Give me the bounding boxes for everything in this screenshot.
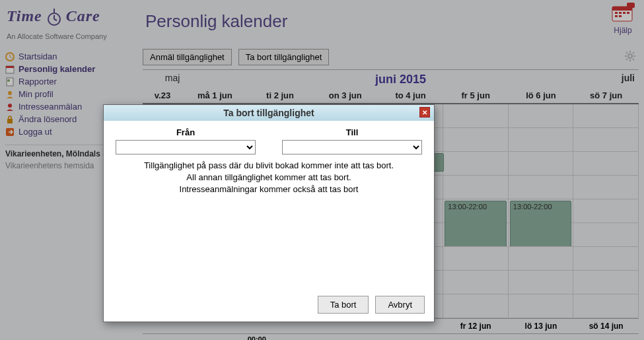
cancel-button[interactable]: Avbryt [375,296,425,314]
modal-info-line: Tillgänglighet på pass där du blivit bok… [116,160,422,172]
close-icon[interactable]: ✕ [419,107,430,118]
remove-availability-modal: Ta bort tillgänglighet ✕ Från Till Tillg… [103,104,435,322]
from-select[interactable] [116,140,256,154]
modal-info-line: All annan tillgänglighet kommer att tas … [116,172,422,184]
confirm-remove-button[interactable]: Ta bort [318,296,369,314]
modal-info-line: Intresseanmälningar kommer också att tas… [116,184,422,195]
modal-title: Ta bort tillgänglighet [223,108,314,118]
to-select[interactable] [282,140,422,154]
to-label: Till [282,127,422,137]
from-label: Från [116,127,256,137]
